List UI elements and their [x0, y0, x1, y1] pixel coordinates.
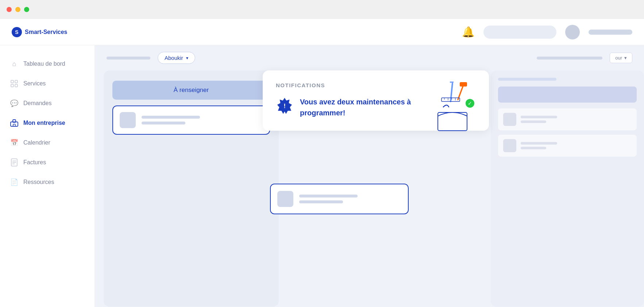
- svg-line-16: [458, 85, 463, 100]
- entreprise-icon: [10, 119, 18, 127]
- notification-panel: NOTIFICATIONS ! Vous avez deux maintenan…: [263, 70, 489, 131]
- notification-text-line1: Vous avez deux maintenances à: [300, 97, 411, 107]
- right-faded-panel: [491, 70, 644, 307]
- logo-initial: S: [15, 29, 18, 35]
- titlebar: [0, 0, 644, 19]
- sidebar-label-tableau-de-bord: Tableau de bord: [23, 61, 65, 67]
- right-placeholder: [537, 57, 602, 60]
- item-avatar-1: [120, 112, 136, 128]
- right-faded-line2-a: [521, 120, 546, 123]
- calendrier-icon: 📅: [10, 139, 18, 147]
- svg-rect-3: [15, 84, 18, 87]
- sidebar-label-calendrier: Calendrier: [23, 139, 50, 146]
- svg-rect-1: [15, 80, 18, 83]
- sidebar-item-ressources[interactable]: 📄 Ressources: [0, 172, 95, 192]
- text-line-long-1: [142, 116, 200, 119]
- ressources-icon: 📄: [10, 178, 18, 186]
- svg-text:✓: ✓: [468, 100, 472, 106]
- svg-text:!: !: [284, 102, 286, 110]
- close-button[interactable]: [7, 7, 12, 12]
- header-right: 🔔: [462, 25, 632, 39]
- right-faded-card-2: [498, 135, 637, 157]
- sidebar-label-mon-entreprise: Mon entreprise: [23, 120, 65, 126]
- text-line-short-2: [299, 200, 343, 203]
- filter-dropdown[interactable]: our ▾: [610, 53, 632, 63]
- svg-rect-2: [11, 84, 14, 87]
- app-container: S Smart-Services 🔔 ⌂ Tableau de bord: [0, 19, 644, 307]
- notification-message: Vous avez deux maintenances à programmer…: [300, 97, 411, 119]
- list-item-card-1[interactable]: [112, 105, 270, 135]
- minimize-button[interactable]: [15, 7, 20, 12]
- tab-placeholder: [107, 57, 150, 60]
- demandes-icon: 💬: [10, 99, 18, 107]
- right-faded-button: [498, 87, 637, 103]
- left-panel: À renseigner: [104, 70, 279, 307]
- item-text-1: [142, 116, 263, 124]
- logo-text: Smart-Services: [25, 29, 68, 35]
- item-avatar-2: [277, 191, 293, 207]
- factures-icon: [10, 158, 18, 166]
- home-icon: ⌂: [10, 60, 18, 68]
- content-area: À renseigner NOTIFICATIONS: [95, 70, 644, 307]
- sidebar-item-mon-entreprise[interactable]: Mon entreprise: [0, 113, 95, 133]
- alert-badge-icon: !: [276, 97, 293, 115]
- section-button[interactable]: À renseigner: [112, 81, 270, 100]
- right-faded-avatar-2: [503, 139, 516, 152]
- header: S Smart-Services 🔔: [0, 19, 644, 45]
- section-button-label: À renseigner: [174, 87, 209, 93]
- sidebar-item-services[interactable]: Services: [0, 74, 95, 93]
- maximize-button[interactable]: [24, 7, 29, 12]
- right-faded-line2-b: [521, 147, 546, 149]
- notification-text-line2: programmer!: [300, 108, 411, 118]
- sidebar-label-services: Services: [23, 80, 46, 87]
- text-line-long-2: [299, 195, 358, 197]
- dropdown-label: Aboukir: [165, 55, 183, 61]
- header-search-bar: [483, 26, 556, 39]
- filter-label: our: [615, 55, 622, 61]
- sidebar-item-tableau-de-bord[interactable]: ⌂ Tableau de bord: [0, 54, 95, 74]
- services-icon: [10, 80, 18, 88]
- main-content: Aboukir ▾ our ▾ À renseigner: [95, 45, 644, 307]
- right-faded-line1-b: [521, 142, 557, 145]
- text-line-short-1: [142, 122, 185, 124]
- notification-badge: !: [276, 97, 293, 115]
- sidebar-item-calendrier[interactable]: 📅 Calendrier: [0, 133, 95, 153]
- svg-rect-13: [438, 112, 467, 131]
- location-dropdown[interactable]: Aboukir ▾: [158, 52, 195, 64]
- bell-icon: 🔔: [462, 26, 475, 38]
- logo: S Smart-Services: [12, 27, 68, 37]
- bell-button[interactable]: 🔔: [462, 26, 475, 39]
- tools-illustration: ✓: [423, 78, 482, 136]
- sidebar-label-demandes: Demandes: [23, 100, 51, 107]
- user-name-placeholder: [589, 30, 632, 35]
- sidebar: ⌂ Tableau de bord Services 💬 Demandes: [0, 45, 95, 307]
- svg-rect-17: [460, 82, 467, 87]
- list-item-card-2[interactable]: [270, 184, 409, 214]
- sidebar-label-ressources: Ressources: [23, 179, 54, 185]
- sidebar-label-factures: Factures: [23, 159, 46, 166]
- body: ⌂ Tableau de bord Services 💬 Demandes: [0, 45, 644, 307]
- logo-icon: S: [12, 27, 22, 37]
- sidebar-item-factures[interactable]: Factures: [0, 153, 95, 172]
- notification-illustration: ✓: [423, 78, 482, 136]
- svg-rect-0: [11, 80, 14, 83]
- avatar: [565, 25, 580, 39]
- right-faded-card-1: [498, 108, 637, 130]
- main-topbar: Aboukir ▾ our ▾: [95, 45, 644, 70]
- item-text-2: [299, 195, 401, 203]
- right-faded-title-bar: [498, 78, 556, 81]
- right-faded-line1-a: [521, 116, 557, 118]
- filter-chevron-icon: ▾: [624, 55, 627, 61]
- right-faded-avatar-1: [503, 113, 516, 126]
- chevron-down-icon: ▾: [186, 55, 188, 61]
- sidebar-item-demandes[interactable]: 💬 Demandes: [0, 93, 95, 113]
